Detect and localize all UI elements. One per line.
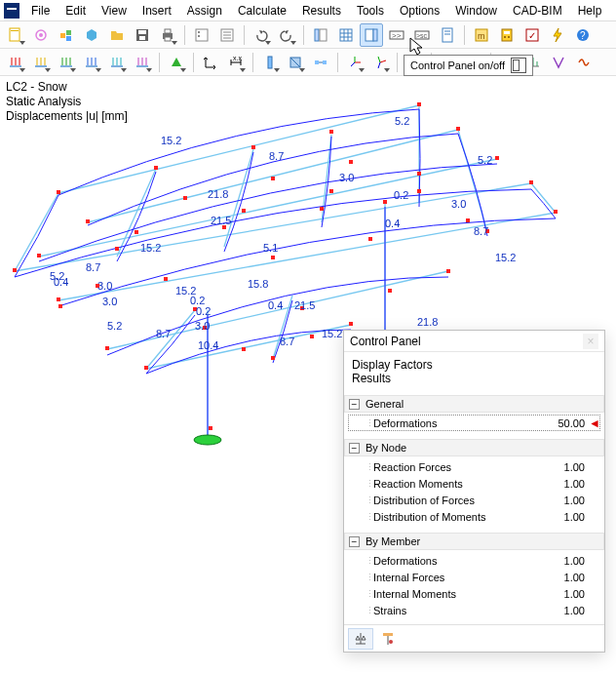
svg-rect-76 <box>268 57 272 68</box>
menu-calculate[interactable]: Calculate <box>230 2 294 20</box>
factor-row[interactable]: ⋮Internal Forces1.00 <box>348 569 600 585</box>
value-label: 21.8 <box>208 188 228 200</box>
axis-button[interactable] <box>199 51 222 74</box>
local-axes-button[interactable] <box>343 51 366 74</box>
value-label: 5.2 <box>395 115 409 127</box>
menu-edit[interactable]: Edit <box>58 2 94 20</box>
collapse-toggle[interactable]: − <box>349 399 360 410</box>
menu-assign[interactable]: Assign <box>179 2 230 20</box>
row-value[interactable]: 1.00 <box>548 588 589 600</box>
menu-cadbim[interactable]: CAD-BIM <box>505 2 570 20</box>
document-button[interactable] <box>436 23 459 47</box>
diagram-4-button[interactable] <box>572 51 596 74</box>
blocks-button[interactable] <box>55 23 78 47</box>
section-button[interactable] <box>258 51 282 74</box>
panel-tab-factors[interactable] <box>348 628 373 650</box>
row-value[interactable]: 1.00 <box>548 511 589 523</box>
menu-results[interactable]: Results <box>294 2 349 20</box>
menu-tools[interactable]: Tools <box>349 2 392 20</box>
calculate-button[interactable] <box>495 23 519 47</box>
panel-titlebar[interactable]: Control Panel × <box>344 331 604 352</box>
display-yellow-loads-button[interactable] <box>29 51 53 74</box>
svg-rect-39 <box>504 31 510 34</box>
svg-line-115 <box>531 183 556 213</box>
save-button[interactable] <box>131 23 154 47</box>
menu-view[interactable]: View <box>94 2 135 20</box>
control-panel-button[interactable] <box>360 23 383 47</box>
menu-file[interactable]: File <box>23 2 58 20</box>
display-magenta-loads-button[interactable] <box>131 51 154 74</box>
global-axes-button[interactable] <box>368 51 392 74</box>
display-green-loads-button[interactable] <box>55 51 78 74</box>
command-line-button[interactable]: >> <box>385 23 408 47</box>
factor-row[interactable]: ⋮Internal Moments1.00 <box>348 585 600 602</box>
factor-row[interactable]: ⋮Deformations1.00 <box>348 552 600 569</box>
menu-bar: File Edit View Insert Assign Calculate R… <box>0 0 616 21</box>
panel-close-button[interactable]: × <box>583 334 598 349</box>
navigator-button[interactable] <box>309 23 332 47</box>
row-value[interactable]: 50.00 <box>548 417 589 429</box>
panel-tab-filter[interactable] <box>375 628 401 650</box>
menu-help[interactable]: Help <box>570 2 610 20</box>
load-data-button[interactable] <box>215 23 239 47</box>
open-button[interactable] <box>105 23 129 47</box>
collapse-toggle[interactable]: − <box>349 536 360 547</box>
group-header[interactable]: −By Node <box>344 439 604 456</box>
model-data-button[interactable] <box>190 23 213 47</box>
row-value[interactable]: 1.00 <box>548 461 589 473</box>
generate-button[interactable] <box>80 23 103 47</box>
display-blue-loads-button[interactable] <box>80 51 103 74</box>
dimension-button[interactable]: x.x <box>224 51 248 74</box>
menu-window[interactable]: Window <box>447 2 505 20</box>
factor-row[interactable]: ⋮Reaction Moments1.00 <box>348 475 600 492</box>
node-marker <box>86 219 90 223</box>
undo-button[interactable] <box>250 23 273 47</box>
value-label: 0.4 <box>268 299 283 311</box>
menu-options[interactable]: Options <box>392 2 447 20</box>
value-label: 5.2 <box>107 320 122 332</box>
help-button[interactable]: ? <box>571 23 595 47</box>
row-value[interactable]: 1.00 <box>548 572 589 583</box>
factor-row[interactable]: ⋮Distribution of Moments1.00 <box>348 508 600 525</box>
lightning-button[interactable] <box>546 23 569 47</box>
svg-text:x.x: x.x <box>233 55 242 61</box>
factor-row[interactable]: ⋮Deformations50.00◄ <box>348 415 600 431</box>
new-file-button[interactable] <box>4 23 27 47</box>
factor-row[interactable]: ⋮Distribution of Forces1.00 <box>348 492 600 508</box>
menu-insert[interactable]: Insert <box>135 2 179 20</box>
row-value[interactable]: 1.00 <box>548 478 589 490</box>
svg-rect-27 <box>366 29 373 41</box>
toolbar-row-1: >> >sc m ✓ ? <box>0 21 616 49</box>
units-button[interactable]: m <box>470 23 493 47</box>
display-cyan-loads-button[interactable] <box>105 51 129 74</box>
factor-row[interactable]: ⋮Reaction Forces1.00 <box>348 458 600 475</box>
shrink-button[interactable] <box>309 51 332 74</box>
svg-rect-13 <box>196 29 208 41</box>
row-value[interactable]: 1.00 <box>548 555 589 567</box>
group-header[interactable]: −By Member <box>344 533 604 550</box>
svg-rect-20 <box>315 29 319 41</box>
check-button[interactable]: ✓ <box>520 23 544 47</box>
redo-button[interactable] <box>275 23 298 47</box>
print-button[interactable] <box>156 23 179 47</box>
node-marker <box>242 209 246 213</box>
display-loads-button[interactable] <box>4 51 27 74</box>
script-button[interactable]: >sc <box>410 23 434 47</box>
node-marker <box>37 254 41 257</box>
open-model-button[interactable] <box>29 23 53 47</box>
tables-button[interactable] <box>334 23 358 47</box>
value-label: 15.2 <box>322 328 342 339</box>
node-marker <box>135 230 138 234</box>
factor-row[interactable]: ⋮Strains1.00 <box>348 602 600 618</box>
value-label: 5.2 <box>478 154 492 166</box>
render-button[interactable] <box>284 51 307 74</box>
group-header[interactable]: −General <box>344 395 604 413</box>
row-value[interactable]: 1.00 <box>548 495 589 506</box>
diagram-3-button[interactable] <box>547 51 570 74</box>
collapse-toggle[interactable]: − <box>349 443 360 454</box>
row-value[interactable]: 1.00 <box>548 605 589 616</box>
value-label: 21.5 <box>294 299 315 311</box>
display-support-button[interactable] <box>165 51 188 74</box>
control-panel[interactable]: Control Panel × Display Factors Results … <box>343 330 605 653</box>
tooltip-text: Control Panel on/off <box>410 59 505 71</box>
